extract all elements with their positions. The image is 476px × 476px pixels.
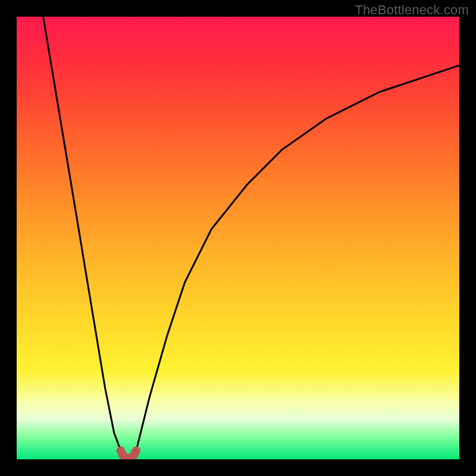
watermark-text: TheBottleneck.com (355, 2, 469, 18)
curve-overlay (17, 17, 459, 459)
curve-left-branch (43, 17, 121, 450)
curve-dip-marker (121, 450, 136, 458)
chart-plot-area (17, 17, 459, 459)
curve-right-branch (136, 65, 459, 450)
